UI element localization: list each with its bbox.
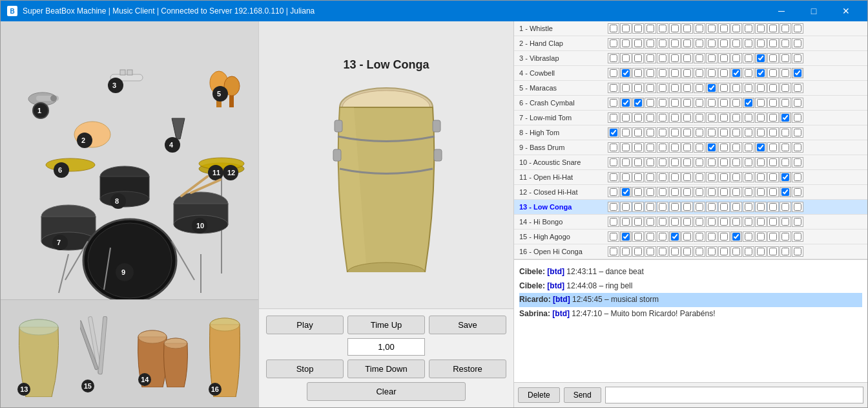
checkbox-4-12[interactable]	[757, 69, 765, 77]
seq-cell-14-12[interactable]	[755, 217, 767, 227]
seq-cell-6-8[interactable]	[706, 98, 718, 108]
chat-input[interactable]	[605, 387, 863, 403]
checkbox-1-11[interactable]	[745, 25, 752, 32]
seq-cell-11-0[interactable]	[608, 172, 619, 182]
seq-cell-4-9[interactable]	[718, 68, 730, 78]
seq-cell-3-3[interactable]	[645, 53, 656, 63]
seq-cell-3-8[interactable]	[706, 53, 718, 63]
seq-cell-6-15[interactable]	[792, 98, 803, 108]
seq-cell-14-2[interactable]	[632, 217, 644, 227]
seq-cell-9-12[interactable]	[755, 142, 767, 153]
checkbox-8-3[interactable]	[646, 129, 654, 136]
seq-cell-11-2[interactable]	[632, 172, 644, 182]
checkbox-12-14[interactable]	[781, 188, 789, 196]
checkbox-4-15[interactable]	[794, 69, 801, 77]
checkbox-5-6[interactable]	[683, 84, 691, 92]
checkbox-11-10[interactable]	[732, 173, 740, 181]
seq-cell-2-10[interactable]	[730, 38, 742, 48]
seq-cell-9-15[interactable]	[792, 142, 803, 153]
checkbox-7-5[interactable]	[671, 114, 679, 122]
seq-cell-2-12[interactable]	[755, 38, 767, 48]
seq-cell-5-5[interactable]	[669, 83, 681, 93]
seq-cell-13-2[interactable]	[632, 202, 644, 212]
checkbox-15-9[interactable]	[720, 233, 728, 241]
seq-cell-4-4[interactable]	[657, 68, 668, 78]
seq-cell-13-8[interactable]	[706, 202, 718, 212]
seq-cell-14-8[interactable]	[706, 217, 718, 227]
checkbox-16-0[interactable]	[610, 248, 617, 255]
seq-cell-4-7[interactable]	[694, 68, 705, 78]
seq-cell-5-8[interactable]	[706, 83, 718, 93]
seq-cell-8-10[interactable]	[730, 127, 742, 138]
seq-row-15[interactable]: 15 - High Agogo	[514, 230, 867, 244]
seq-cell-15-12[interactable]	[755, 231, 767, 242]
checkbox-4-14[interactable]	[781, 69, 789, 77]
seq-cell-8-7[interactable]	[694, 127, 705, 138]
seq-cell-6-0[interactable]	[608, 98, 619, 108]
seq-cell-16-4[interactable]	[657, 246, 668, 257]
checkbox-6-15[interactable]	[794, 99, 801, 107]
checkbox-14-14[interactable]	[781, 218, 789, 226]
checkbox-7-11[interactable]	[745, 114, 752, 122]
seq-cell-9-4[interactable]	[657, 142, 668, 153]
checkbox-8-11[interactable]	[745, 129, 752, 136]
checkbox-11-14[interactable]	[781, 173, 789, 181]
checkbox-5-0[interactable]	[610, 84, 617, 92]
checkbox-10-6[interactable]	[683, 158, 691, 166]
checkbox-15-0[interactable]	[610, 233, 617, 241]
checkbox-16-7[interactable]	[696, 248, 703, 255]
seq-cell-1-5[interactable]	[669, 23, 681, 34]
seq-cell-8-9[interactable]	[718, 127, 730, 138]
checkbox-2-4[interactable]	[659, 39, 666, 47]
seq-cell-8-8[interactable]	[706, 127, 718, 138]
checkbox-16-2[interactable]	[634, 248, 642, 255]
seq-cell-2-5[interactable]	[669, 38, 681, 48]
seq-cell-15-5[interactable]	[669, 231, 681, 242]
checkbox-16-1[interactable]	[622, 248, 630, 255]
seq-cell-12-1[interactable]	[620, 187, 632, 197]
seq-cell-2-0[interactable]	[608, 38, 619, 48]
seq-cell-5-1[interactable]	[620, 83, 632, 93]
seq-cell-9-2[interactable]	[632, 142, 644, 153]
checkbox-16-13[interactable]	[769, 248, 777, 255]
checkbox-5-7[interactable]	[696, 84, 703, 92]
seq-cell-6-2[interactable]	[632, 98, 644, 108]
seq-cell-9-14[interactable]	[780, 142, 791, 153]
checkbox-11-15[interactable]	[794, 173, 801, 181]
seq-cell-5-3[interactable]	[645, 83, 656, 93]
seq-cell-4-2[interactable]	[632, 68, 644, 78]
seq-cell-3-0[interactable]	[608, 53, 619, 63]
seq-cell-15-2[interactable]	[632, 231, 644, 242]
seq-cell-16-5[interactable]	[669, 246, 681, 257]
checkbox-15-4[interactable]	[659, 233, 666, 241]
checkbox-8-1[interactable]	[622, 129, 630, 136]
seq-cell-5-15[interactable]	[792, 83, 803, 93]
seq-cell-10-13[interactable]	[767, 157, 779, 167]
checkbox-2-8[interactable]	[708, 39, 716, 47]
seq-cell-8-4[interactable]	[657, 127, 668, 138]
seq-cell-12-10[interactable]	[730, 187, 742, 197]
seq-cell-7-12[interactable]	[755, 113, 767, 123]
seq-cell-16-13[interactable]	[767, 246, 779, 257]
seq-row-1[interactable]: 1 - Whistle	[514, 21, 867, 36]
seq-cell-10-0[interactable]	[608, 157, 619, 167]
seq-cell-14-7[interactable]	[694, 217, 705, 227]
checkbox-9-4[interactable]	[659, 144, 666, 151]
checkbox-11-12[interactable]	[757, 173, 765, 181]
checkbox-14-2[interactable]	[634, 218, 642, 226]
seq-cell-16-7[interactable]	[694, 246, 705, 257]
checkbox-7-15[interactable]	[794, 114, 801, 122]
checkbox-3-14[interactable]	[781, 54, 789, 62]
seq-cell-1-12[interactable]	[755, 23, 767, 34]
seq-cell-9-1[interactable]	[620, 142, 632, 153]
seq-cell-7-6[interactable]	[681, 113, 693, 123]
seq-cell-3-6[interactable]	[681, 53, 693, 63]
checkbox-8-6[interactable]	[683, 129, 691, 136]
checkbox-8-12[interactable]	[757, 129, 765, 136]
checkbox-10-4[interactable]	[659, 158, 666, 166]
seq-cell-9-8[interactable]	[706, 142, 718, 153]
checkbox-3-8[interactable]	[708, 54, 716, 62]
checkbox-5-11[interactable]	[745, 84, 752, 92]
checkbox-1-12[interactable]	[757, 25, 765, 32]
seq-cell-7-5[interactable]	[669, 113, 681, 123]
